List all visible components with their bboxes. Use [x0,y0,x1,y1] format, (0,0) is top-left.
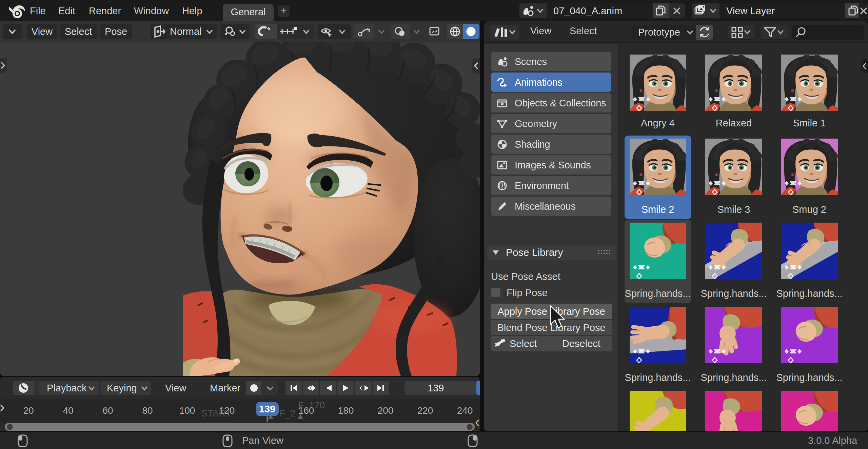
svg-text:Normal: Normal [170,26,201,37]
